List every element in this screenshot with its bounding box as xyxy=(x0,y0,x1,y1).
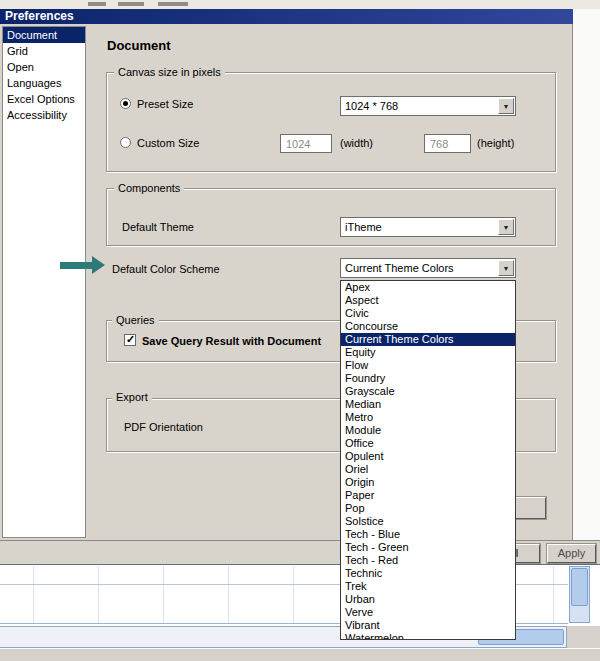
sidebar-item-grid[interactable]: Grid xyxy=(3,43,85,59)
page-title: Document xyxy=(107,38,171,53)
sidebar-item-languages[interactable]: Languages xyxy=(3,75,85,91)
color-scheme-option[interactable]: Opulent xyxy=(341,450,515,463)
width-caption: (width) xyxy=(340,137,373,149)
color-scheme-option[interactable]: Origin xyxy=(341,476,515,489)
color-scheme-option[interactable]: Watermelon xyxy=(341,632,515,640)
color-scheme-option[interactable]: Tech - Red xyxy=(341,554,515,567)
color-scheme-option[interactable]: Paper xyxy=(341,489,515,502)
color-scheme-option[interactable]: Current Theme Colors xyxy=(341,333,515,346)
queries-group-label: Queries xyxy=(112,314,159,326)
default-theme-select[interactable]: iTheme ▼ xyxy=(340,217,516,237)
grid-line xyxy=(98,566,99,623)
color-scheme-option[interactable]: Aspect xyxy=(341,294,515,307)
callout-arrow-icon xyxy=(60,262,92,269)
preset-size-label: Preset Size xyxy=(137,98,193,110)
default-color-scheme-label: Default Color Scheme xyxy=(112,263,220,275)
grid-line xyxy=(33,566,34,623)
grid-line xyxy=(293,566,294,623)
components-group-label: Components xyxy=(114,182,184,194)
color-scheme-option[interactable]: Grayscale xyxy=(341,385,515,398)
grid-line xyxy=(228,566,229,623)
width-input[interactable] xyxy=(280,134,332,153)
color-scheme-option[interactable]: Equity xyxy=(341,346,515,359)
color-scheme-option[interactable]: Tech - Blue xyxy=(341,528,515,541)
color-scheme-option[interactable]: Metro xyxy=(341,411,515,424)
sidebar-item-open[interactable]: Open xyxy=(3,59,85,75)
color-scheme-option[interactable]: Verve xyxy=(341,606,515,619)
color-scheme-option[interactable]: Urban xyxy=(341,593,515,606)
background-app-edge xyxy=(0,0,600,9)
custom-size-radio[interactable] xyxy=(120,137,131,148)
clipped-menu-text xyxy=(118,2,144,6)
default-color-scheme-select[interactable]: Current Theme Colors ▼ xyxy=(340,258,516,278)
clipped-menu-text xyxy=(158,2,188,6)
scrollbar-corner xyxy=(566,626,600,648)
color-scheme-option[interactable]: Tech - Green xyxy=(341,541,515,554)
pdf-orientation-label: PDF Orientation xyxy=(124,421,203,433)
preset-size-radio[interactable] xyxy=(120,98,131,109)
callout-arrow-head-icon xyxy=(92,256,105,274)
color-scheme-option[interactable]: Median xyxy=(341,398,515,411)
color-scheme-option[interactable]: Civic xyxy=(341,307,515,320)
color-scheme-option[interactable]: Trek xyxy=(341,580,515,593)
save-query-label: Save Query Result with Document xyxy=(142,335,321,347)
grid-line xyxy=(553,566,554,623)
chevron-down-icon[interactable]: ▼ xyxy=(498,260,514,276)
dialog-titlebar[interactable]: Preferences xyxy=(0,9,573,24)
chevron-down-icon[interactable]: ▼ xyxy=(498,98,514,114)
color-scheme-option[interactable]: Solstice xyxy=(341,515,515,528)
vertical-scrollbar-thumb[interactable] xyxy=(571,568,588,606)
sidebar-item-accessibility[interactable]: Accessibility xyxy=(3,107,85,123)
color-scheme-option[interactable]: Apex xyxy=(341,281,515,294)
dialog-title: Preferences xyxy=(5,9,74,23)
category-list: DocumentGridOpenLanguagesExcel OptionsAc… xyxy=(2,26,86,538)
default-color-scheme-value: Current Theme Colors xyxy=(345,262,497,274)
clipped-menu-text xyxy=(88,2,106,6)
bottom-window-edge xyxy=(0,649,600,661)
color-scheme-option[interactable]: Oriel xyxy=(341,463,515,476)
color-scheme-option[interactable]: Foundry xyxy=(341,372,515,385)
background-right-gap xyxy=(573,9,600,540)
chevron-down-icon[interactable]: ▼ xyxy=(498,219,514,235)
export-group-label: Export xyxy=(112,391,152,403)
height-input[interactable] xyxy=(424,134,471,153)
apply-button[interactable]: Apply xyxy=(547,544,596,563)
custom-size-label: Custom Size xyxy=(137,137,199,149)
save-query-checkbox[interactable] xyxy=(124,334,136,346)
default-theme-value: iTheme xyxy=(345,221,497,233)
grid-line xyxy=(163,566,164,623)
default-theme-label: Default Theme xyxy=(122,221,194,233)
color-scheme-option[interactable]: Flow xyxy=(341,359,515,372)
color-scheme-option[interactable]: Vibrant xyxy=(341,619,515,632)
preset-size-value: 1024 * 768 xyxy=(345,100,497,112)
sidebar-item-document[interactable]: Document xyxy=(3,27,85,43)
color-scheme-listbox[interactable]: ApexAspectCivicConcourseCurrent Theme Co… xyxy=(340,280,516,640)
color-scheme-option[interactable]: Module xyxy=(341,424,515,437)
color-scheme-option[interactable]: Office xyxy=(341,437,515,450)
height-caption: (height) xyxy=(477,137,514,149)
canvas-size-group xyxy=(106,72,556,172)
screen: Preferences DocumentGridOpenLanguagesExc… xyxy=(0,0,600,661)
color-scheme-option[interactable]: Pop xyxy=(341,502,515,515)
canvas-size-group-label: Canvas size in pixels xyxy=(114,66,225,78)
color-scheme-option[interactable]: Technic xyxy=(341,567,515,580)
sidebar-item-excel-options[interactable]: Excel Options xyxy=(3,91,85,107)
color-scheme-option[interactable]: Concourse xyxy=(341,320,515,333)
preset-size-select[interactable]: 1024 * 768 ▼ xyxy=(340,96,516,116)
